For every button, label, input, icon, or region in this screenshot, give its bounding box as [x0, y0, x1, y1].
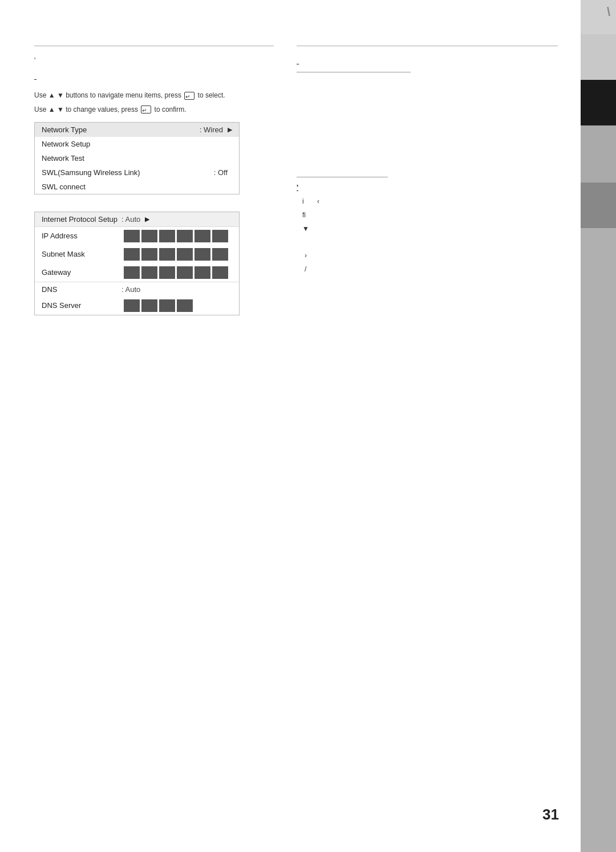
subnet-mask-blocks	[124, 248, 228, 261]
subnet-mask-row: Subnet Mask	[35, 245, 239, 263]
ip-block-4	[177, 230, 193, 242]
nav-instructions: Use buttons to navigate menu items, pres…	[34, 90, 274, 115]
ip-protocol-arrow: ▶	[145, 216, 149, 223]
top-hr-right	[297, 46, 558, 46]
network-setup-row: Network Setup	[35, 137, 239, 151]
network-setup-label: Network Setup	[42, 140, 232, 148]
right-body-4	[297, 138, 558, 149]
network-type-value: : Wired	[200, 125, 223, 134]
gateway-blocks	[124, 266, 228, 279]
subnet-block-1	[124, 248, 140, 261]
swl-connect-row: SWL connect	[35, 180, 239, 194]
sidebar	[581, 0, 616, 852]
dns-value: : Auto	[121, 285, 140, 294]
dns-block-1	[124, 299, 140, 312]
ip-block-2	[141, 230, 157, 242]
gateway-block-4	[177, 266, 193, 279]
dns-server-blocks	[124, 299, 193, 312]
note-hr	[297, 177, 388, 177]
gateway-block-2	[141, 266, 157, 279]
two-col-layout: ' Use buttons to navigate menu items, pr…	[34, 46, 558, 332]
right-body-2	[297, 100, 558, 111]
ip-panel: Internet Protocol Setup : Auto ▶ IP Addr…	[34, 212, 240, 315]
ip-block-1	[124, 230, 140, 242]
sidebar-light-gray	[581, 34, 616, 80]
ip-block-6	[212, 230, 228, 242]
swl-value: : Off	[214, 168, 228, 177]
note-body: i ‹ fi ▼ › /	[297, 196, 558, 275]
top-hr-left	[34, 46, 274, 46]
gateway-block-3	[159, 266, 175, 279]
network-test-label: Network Test	[42, 154, 232, 163]
left-column: ' Use buttons to navigate menu items, pr…	[34, 46, 274, 332]
dns-block-2	[141, 299, 157, 312]
gateway-label: Gateway	[42, 268, 121, 277]
note-heading: '	[297, 183, 558, 192]
ip-protocol-value: : Auto	[121, 215, 140, 224]
network-type-arrow: ▶	[228, 126, 232, 133]
dns-server-label: DNS Server	[42, 301, 121, 310]
sidebar-dark-gray	[581, 182, 616, 228]
subnet-block-5	[194, 248, 210, 261]
ip-protocol-label: Internet Protocol Setup	[42, 215, 121, 224]
subnet-block-4	[177, 248, 193, 261]
dns-block-3	[159, 299, 175, 312]
subnet-mask-label: Subnet Mask	[42, 250, 121, 258]
network-test-row: Network Test	[35, 151, 239, 165]
gateway-block-6	[212, 266, 228, 279]
subnet-block-6	[212, 248, 228, 261]
gateway-block-5	[194, 266, 210, 279]
right-body-5	[297, 157, 558, 169]
sidebar-slash	[581, 0, 616, 34]
dns-row: DNS : Auto	[35, 282, 239, 297]
network-type-row: Network Type : Wired ▶	[35, 123, 239, 137]
sidebar-mid-gray	[581, 125, 616, 182]
left-subheading	[34, 71, 274, 80]
network-panel: Network Type : Wired ▶ Network Setup Net…	[34, 122, 240, 194]
right-body-1	[297, 80, 558, 92]
ip-address-label: IP Address	[42, 232, 121, 240]
swl-row: SWL(Samsung Wireless Link) : Off	[35, 165, 239, 180]
sidebar-gray2	[581, 228, 616, 852]
ip-address-row: IP Address	[35, 227, 239, 245]
right-sub-hr	[297, 72, 411, 72]
ip-block-3	[159, 230, 175, 242]
ip-address-blocks	[124, 230, 228, 242]
ip-protocol-row: Internet Protocol Setup : Auto ▶	[35, 212, 239, 227]
dns-block-4	[177, 299, 193, 312]
sidebar-black	[581, 80, 616, 125]
subnet-block-3	[159, 248, 175, 261]
page-number: 31	[542, 806, 559, 823]
gateway-row: Gateway	[35, 263, 239, 282]
dns-server-row: DNS Server	[35, 297, 239, 315]
swl-connect-label: SWL connect	[42, 182, 232, 191]
network-type-label: Network Type	[42, 125, 200, 134]
ip-block-5	[194, 230, 210, 242]
main-content: ' Use buttons to navigate menu items, pr…	[0, 0, 581, 852]
gateway-block-1	[124, 266, 140, 279]
right-body-3	[297, 119, 558, 131]
subnet-block-2	[141, 248, 157, 261]
right-heading	[297, 55, 558, 65]
intro-text: '	[34, 55, 274, 66]
swl-label: SWL(Samsung Wireless Link)	[42, 168, 214, 177]
right-column: ' i ‹ fi ▼ › /	[297, 46, 558, 332]
dns-label: DNS	[42, 285, 121, 294]
